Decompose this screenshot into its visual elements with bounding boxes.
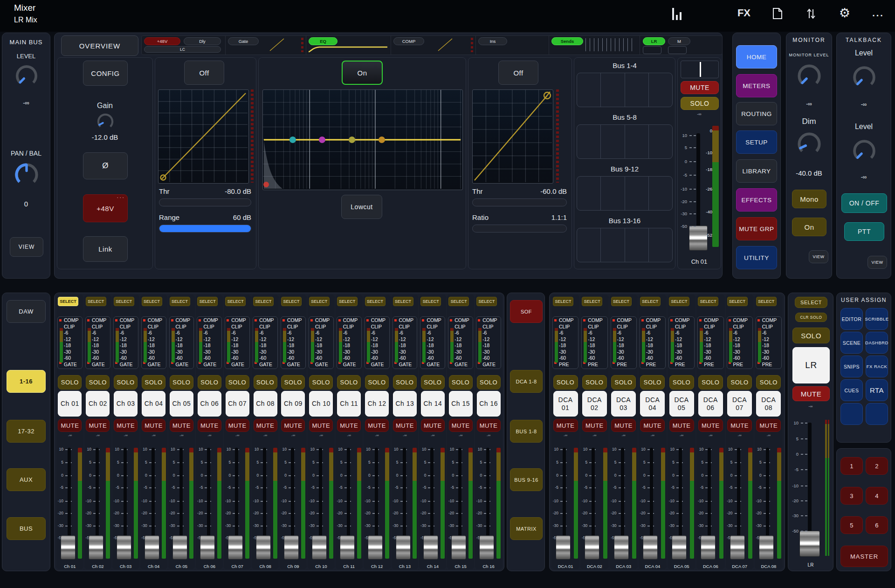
mute-button[interactable]: MUTE: [337, 419, 361, 432]
select-button[interactable]: SELECT: [281, 297, 302, 306]
overview-routing-section[interactable]: LR M: [640, 36, 722, 55]
master-solo-button[interactable]: SOLO: [792, 328, 830, 343]
bus-send-cell[interactable]: [600, 73, 624, 107]
user-assign-dashbrd[interactable]: DASHBRD: [866, 332, 888, 354]
fader-handle[interactable]: [61, 535, 76, 560]
user-assign-empty-9[interactable]: [866, 403, 888, 425]
mute-button[interactable]: MUTE: [142, 419, 165, 432]
solo-button[interactable]: SOLO: [756, 375, 781, 390]
mute-button[interactable]: MUTE: [421, 419, 445, 432]
channel-name-button[interactable]: Ch 05: [170, 391, 193, 417]
user-layer-6[interactable]: 6: [866, 516, 888, 534]
select-button[interactable]: SELECT: [582, 297, 602, 306]
mute-button[interactable]: MUTE: [58, 419, 82, 432]
sends-pill[interactable]: Sends: [551, 37, 583, 45]
solo-button[interactable]: SOLO: [309, 375, 333, 390]
nav-item-setup[interactable]: SETUP: [736, 130, 777, 154]
user-layer-3[interactable]: 3: [840, 487, 863, 505]
gate-range-slider[interactable]: [159, 225, 251, 232]
channel-name-button[interactable]: Ch 16: [477, 391, 501, 417]
bank-right-bus-9-16[interactable]: BUS 9-16: [510, 468, 543, 491]
bank-right-dca-1-8[interactable]: DCA 1-8: [510, 370, 543, 393]
select-button[interactable]: SELECT: [669, 297, 689, 306]
select-button[interactable]: SELECT: [553, 297, 573, 306]
overview-insert-section[interactable]: Ins: [475, 36, 549, 55]
fader-handle[interactable]: [256, 535, 271, 560]
channel-name-button[interactable]: Ch 13: [393, 391, 417, 417]
channel-name-button[interactable]: Ch 11: [337, 391, 361, 417]
nav-item-library[interactable]: LIBRARY: [736, 159, 777, 183]
mute-button[interactable]: MUTE: [309, 419, 333, 432]
updown-arrows-icon[interactable]: [805, 6, 818, 20]
channel-name-button[interactable]: Ch 07: [226, 391, 249, 417]
mute-button[interactable]: MUTE: [611, 419, 636, 432]
master-name-button[interactable]: LR: [792, 347, 830, 383]
dim-knob[interactable]: [795, 130, 823, 158]
select-button[interactable]: SELECT: [170, 297, 190, 306]
fader-handle[interactable]: [479, 535, 494, 560]
eq-lowcut-button[interactable]: Lowcut: [341, 195, 382, 219]
pan-knob[interactable]: [13, 161, 41, 189]
fader-handle[interactable]: [145, 535, 159, 560]
bank-right-sof[interactable]: SOF: [510, 300, 543, 323]
gate-state-button[interactable]: Off: [184, 61, 224, 85]
user-assign-scene[interactable]: SCENE: [840, 332, 863, 354]
comp-ratio-slider[interactable]: [472, 225, 567, 232]
tb-level-knob[interactable]: [851, 64, 878, 91]
select-button[interactable]: SELECT: [197, 297, 218, 306]
fader-handle[interactable]: [340, 535, 355, 560]
user-assign-snips[interactable]: SNIPS: [840, 356, 863, 377]
bus-send-cell[interactable]: [648, 177, 672, 210]
eq-graph[interactable]: [262, 89, 463, 190]
bus-send-cell[interactable]: [577, 73, 600, 107]
select-button[interactable]: SELECT: [337, 297, 358, 306]
comp-pill[interactable]: COMP: [393, 37, 424, 45]
monitor-on-button[interactable]: On: [792, 218, 826, 236]
solo-button[interactable]: SOLO: [477, 375, 501, 390]
mute-button[interactable]: MUTE: [198, 419, 221, 432]
channel-name-button[interactable]: Ch 02: [86, 391, 110, 417]
master-fader-handle[interactable]: [799, 531, 820, 557]
gain-knob[interactable]: [96, 112, 115, 131]
mute-button[interactable]: MUTE: [727, 419, 752, 432]
mute-button[interactable]: MUTE: [114, 419, 138, 432]
overview-comp-section[interactable]: COMP: [391, 36, 475, 55]
bank-right-matrix[interactable]: MATRIX: [510, 517, 543, 540]
phase-button[interactable]: Ø: [83, 152, 128, 179]
mute-button[interactable]: MUTE: [170, 419, 193, 432]
select-button[interactable]: SELECT: [476, 297, 497, 306]
mute-button[interactable]: MUTE: [393, 419, 417, 432]
monitor-view-button[interactable]: VIEW: [809, 250, 828, 263]
solo-button[interactable]: SOLO: [254, 375, 277, 390]
solo-button[interactable]: SOLO: [698, 375, 723, 390]
nav-item-meters[interactable]: METERS: [736, 74, 777, 97]
nav-item-home[interactable]: HOME: [736, 45, 777, 68]
master-mute-button[interactable]: MUTE: [792, 386, 830, 401]
channel-name-button[interactable]: Ch 14: [421, 391, 445, 417]
mute-button[interactable]: MUTE: [281, 419, 305, 432]
solo-button[interactable]: SOLO: [337, 375, 361, 390]
channel-mute-button[interactable]: MUTE: [681, 81, 719, 94]
fader-handle[interactable]: [614, 535, 629, 560]
fader-handle[interactable]: [396, 535, 411, 560]
mute-button[interactable]: MUTE: [756, 419, 781, 432]
solo-button[interactable]: SOLO: [170, 375, 193, 390]
mute-button[interactable]: MUTE: [477, 419, 501, 432]
ptt-button[interactable]: PTT: [844, 222, 884, 241]
mute-button[interactable]: MUTE: [669, 419, 694, 432]
channel-name-button[interactable]: Ch 04: [142, 391, 165, 417]
solo-button[interactable]: SOLO: [58, 375, 82, 390]
select-button[interactable]: SELECT: [727, 297, 748, 306]
mono-pill[interactable]: M: [668, 37, 690, 45]
comp-graph[interactable]: [472, 89, 553, 184]
solo-button[interactable]: SOLO: [114, 375, 138, 390]
select-button[interactable]: SELECT: [58, 297, 78, 306]
main-level-knob[interactable]: [14, 63, 40, 89]
mute-button[interactable]: MUTE: [582, 419, 607, 432]
channel-name-button[interactable]: DCA 08: [756, 391, 781, 417]
delay-pill[interactable]: Dly: [184, 37, 221, 45]
file-icon[interactable]: [771, 6, 784, 20]
select-button[interactable]: SELECT: [698, 297, 718, 306]
bus-send-cell[interactable]: [577, 228, 600, 262]
select-button[interactable]: SELECT: [365, 297, 386, 306]
